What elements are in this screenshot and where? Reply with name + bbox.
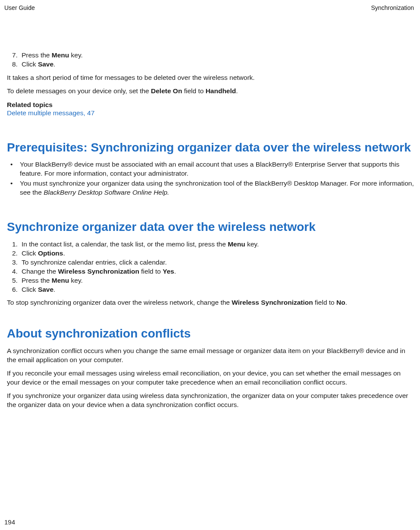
text: Click <box>22 286 38 293</box>
step-number: 6. <box>12 285 18 294</box>
header-left: User Guide <box>4 4 35 11</box>
step-number: 8. <box>12 60 18 69</box>
list-item: 6. Click Save. <box>12 285 414 294</box>
list-item: 4. Change the Wireless Synchronization f… <box>12 267 414 276</box>
list-item: 5. Press the Menu key. <box>12 276 414 285</box>
step-text: Click Options. <box>22 249 65 257</box>
paragraph: If you reconcile your email messages usi… <box>7 369 414 387</box>
text-bold: Wireless Synchronization <box>58 268 139 275</box>
synchronize-steps-list: 1. In the contact list, a calendar, the … <box>7 240 414 294</box>
step-text: Click Save. <box>22 286 55 293</box>
text-bold: Delete On <box>151 87 182 95</box>
text: Your BlackBerry® device must be associat… <box>20 161 399 177</box>
page-number: 194 <box>4 518 15 526</box>
step-text: To synchronize calendar entries, click a… <box>22 259 167 266</box>
text-bold: Handheld <box>206 87 236 95</box>
text: . <box>174 268 176 275</box>
step-number: 7. <box>12 51 18 60</box>
step-text: Press the Menu key. <box>22 277 83 284</box>
paragraph: If you synchronize your organizer data u… <box>7 391 414 410</box>
step-text: In the contact list, a calendar, the tas… <box>22 240 259 248</box>
text: To delete messages on your device only, … <box>7 87 151 95</box>
step-text: Change the Wireless Synchronization fiel… <box>22 268 176 275</box>
text: key. <box>69 51 83 59</box>
text: In the contact list, a calendar, the tas… <box>22 240 228 248</box>
text-bold: No <box>336 299 345 306</box>
text: Change the <box>22 268 58 275</box>
text: field to <box>139 268 163 275</box>
list-item: Your BlackBerry® device must be associat… <box>7 160 414 178</box>
step-number: 1. <box>12 240 18 249</box>
step-text: Click Save. <box>22 60 55 68</box>
text: field to <box>182 87 205 95</box>
page-content: 7. Press the Menu key. 8. Click Save. It… <box>4 51 414 410</box>
paragraph: It takes a short period of time for mess… <box>7 73 414 82</box>
intro-steps-list: 7. Press the Menu key. 8. Click Save. <box>7 51 414 69</box>
text-bold: Yes <box>163 268 174 275</box>
step-number: 5. <box>12 276 18 285</box>
list-item: 8. Click Save. <box>12 60 414 69</box>
text: . <box>53 286 55 293</box>
text-bold: Save <box>38 286 53 293</box>
text-bold: Menu <box>52 51 69 59</box>
text: Press the <box>22 51 52 59</box>
text: Click <box>22 249 38 257</box>
related-topic-link[interactable]: Delete multiple messages, 47 <box>7 109 414 118</box>
page: User Guide Synchronization 7. Press the … <box>0 0 420 530</box>
text: Click <box>22 60 38 68</box>
text: field to <box>313 299 336 306</box>
step-text: Press the Menu key. <box>22 51 83 59</box>
paragraph: To delete messages on your device only, … <box>7 87 414 96</box>
list-item: You must synchronize your organizer data… <box>7 179 414 197</box>
text: . <box>63 249 65 257</box>
text-italic: BlackBerry Desktop Software Online Help. <box>44 189 169 196</box>
text-bold: Menu <box>52 277 69 284</box>
text: key. <box>245 240 259 248</box>
step-number: 2. <box>12 249 18 258</box>
list-item: 2. Click Options. <box>12 249 414 258</box>
text: . <box>53 60 55 68</box>
text-bold: Menu <box>228 240 245 248</box>
list-item: 3. To synchronize calendar entries, clic… <box>12 258 414 267</box>
text: To synchronize calendar entries, click a… <box>22 259 167 266</box>
prerequisites-list: Your BlackBerry® device must be associat… <box>7 160 414 197</box>
text-bold: Save <box>38 60 53 68</box>
list-item: 1. In the contact list, a calendar, the … <box>12 240 414 249</box>
text: To stop synchronizing organizer data ove… <box>7 299 232 306</box>
text-bold: Options <box>38 249 63 257</box>
text: key. <box>69 277 83 284</box>
page-header: User Guide Synchronization <box>4 4 414 11</box>
paragraph: A synchronization conflict occurs when y… <box>7 347 414 365</box>
text: . <box>236 87 238 95</box>
text-bold: Wireless Synchronization <box>232 299 313 306</box>
paragraph: To stop synchronizing organizer data ove… <box>7 298 414 307</box>
heading-prerequisites: Prerequisites: Synchronizing organizer d… <box>7 141 414 155</box>
text: Press the <box>22 277 52 284</box>
related-topics-label: Related topics <box>7 101 414 109</box>
step-number: 4. <box>12 267 18 276</box>
header-right: Synchronization <box>371 4 414 11</box>
list-item: 7. Press the Menu key. <box>12 51 414 60</box>
heading-synchronize: Synchronize organizer data over the wire… <box>7 221 414 234</box>
step-number: 3. <box>12 258 18 267</box>
heading-conflicts: About synchronization conflicts <box>7 327 414 341</box>
text: . <box>345 299 347 306</box>
